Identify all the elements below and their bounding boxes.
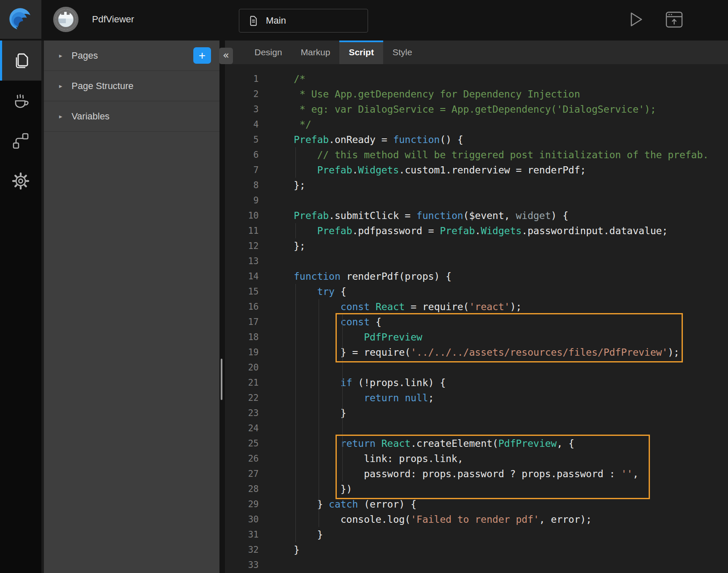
rail-item-pages[interactable] (0, 41, 41, 81)
line-number: 26 (225, 451, 259, 466)
highlight-box (336, 435, 650, 499)
indent-guide (295, 147, 296, 178)
collapse-panel-button[interactable]: « (219, 48, 233, 64)
code-line: 16 const React = require('react'); (225, 299, 728, 314)
add-page-button[interactable]: + (193, 47, 211, 64)
code-line: 23 } (225, 405, 728, 421)
tab-script[interactable]: Script (339, 41, 383, 64)
section-label: Pages (72, 50, 98, 61)
page-tab-main[interactable]: Main (239, 9, 368, 32)
sidebar-section-page-structure[interactable]: ▸ Page Structure (44, 71, 219, 101)
code-line: 12}; (225, 238, 728, 254)
line-number: 4 (225, 117, 259, 132)
line-number: 9 (225, 193, 259, 208)
code-line: 24 (225, 421, 728, 436)
indent-guide (319, 299, 319, 527)
publish-window-icon (666, 11, 683, 28)
code-line: 15 try { (225, 284, 728, 299)
line-number: 20 (225, 360, 259, 375)
section-label: Variables (72, 111, 110, 122)
line-number: 16 (225, 299, 259, 314)
code-line: 10Prefab.submitClick = function($event, … (225, 208, 728, 223)
panel-gutter (219, 41, 225, 573)
line-number: 11 (225, 223, 259, 238)
line-number: 22 (225, 390, 259, 405)
play-icon (628, 11, 644, 28)
code-line: 30 console.log('Failed to render pdf', e… (225, 512, 728, 527)
run-preview-button[interactable] (627, 0, 646, 39)
line-number: 33 (225, 557, 259, 573)
line-number: 32 (225, 542, 259, 557)
line-number: 24 (225, 421, 259, 436)
brand-logo[interactable] (0, 0, 41, 39)
rail-item-connectors[interactable] (0, 121, 41, 161)
sidebar-section-pages[interactable]: ▸ Pages + (44, 41, 219, 71)
code-line: 7 Prefab.Widgets.custom1.renderview = re… (225, 162, 728, 178)
code-line: 13 (225, 254, 728, 269)
line-number: 2 (225, 86, 259, 102)
line-number: 14 (225, 269, 259, 284)
code-line: 6 // this method will be triggered post … (225, 147, 728, 162)
line-number: 10 (225, 208, 259, 223)
coffee-cup-icon (11, 91, 30, 111)
editor-tab-bar: Design Markup Script Style (225, 41, 728, 64)
line-number: 29 (225, 497, 259, 512)
chevron-right-icon: ▸ (59, 52, 62, 59)
code-line: 22 return null; (225, 390, 728, 405)
code-line: 11 Prefab.pdfpassword = Prefab.Widgets.p… (225, 223, 728, 238)
left-rail (0, 41, 41, 573)
line-number: 28 (225, 481, 259, 497)
code-line: 3 * eg: var DialogService = App.getDepen… (225, 102, 728, 117)
rail-item-java-services[interactable] (0, 81, 41, 121)
scrollbar-thumb[interactable] (221, 359, 222, 400)
tab-style[interactable]: Style (383, 41, 422, 64)
pages-copy-icon (12, 51, 32, 70)
code-line: 33 (225, 557, 728, 573)
code-line: 32} (225, 542, 728, 557)
code-editor[interactable]: 1/*2 * Use App.getDependency for Depende… (225, 64, 728, 573)
line-number: 18 (225, 330, 259, 345)
avatar[interactable] (56, 9, 76, 30)
line-number: 1 (225, 71, 259, 86)
tab-markup[interactable]: Markup (291, 41, 339, 64)
app-title: PdfViewer (92, 0, 134, 39)
connector-icon (11, 132, 30, 150)
top-bar: PdfViewer Main (0, 0, 728, 41)
code-line: 2 * Use App.getDependency for Dependency… (225, 86, 728, 102)
editor-area: Design Markup Script Style 1/*2 * Use Ap… (225, 41, 728, 573)
sidebar-panel: ▸ Pages + ▸ Page Structure ▸ Variables (44, 41, 219, 573)
highlight-box (336, 313, 683, 362)
indent-guide (295, 223, 296, 238)
code-line: 8}; (225, 178, 728, 193)
publish-button[interactable] (665, 0, 683, 39)
document-icon (248, 15, 259, 27)
line-number: 5 (225, 132, 259, 147)
indent-guide (295, 284, 296, 542)
line-number: 3 (225, 102, 259, 117)
code-line: 5Prefab.onReady = function() { (225, 132, 728, 147)
code-line: 9 (225, 193, 728, 208)
line-number: 7 (225, 162, 259, 178)
chevron-right-icon: ▸ (59, 113, 62, 120)
line-number: 13 (225, 254, 259, 269)
line-number: 12 (225, 238, 259, 254)
line-number: 8 (225, 178, 259, 193)
code-line: 1/* (225, 71, 728, 86)
code-line: 14function renderPdf(props) { (225, 269, 728, 284)
sidebar-section-variables[interactable]: ▸ Variables (44, 101, 219, 132)
line-number: 31 (225, 527, 259, 542)
line-number: 17 (225, 314, 259, 330)
tab-design[interactable]: Design (245, 41, 291, 64)
section-label: Page Structure (72, 81, 134, 92)
rail-item-settings[interactable] (0, 161, 41, 201)
line-number: 30 (225, 512, 259, 527)
code-line: 21 if (!props.link) { (225, 375, 728, 390)
line-number: 23 (225, 405, 259, 421)
code-line: 4 */ (225, 117, 728, 132)
line-number: 15 (225, 284, 259, 299)
line-number: 25 (225, 436, 259, 451)
code-line: 31 } (225, 527, 728, 542)
line-number: 27 (225, 466, 259, 481)
wave-logo-icon (8, 7, 33, 32)
gear-icon (11, 171, 30, 191)
